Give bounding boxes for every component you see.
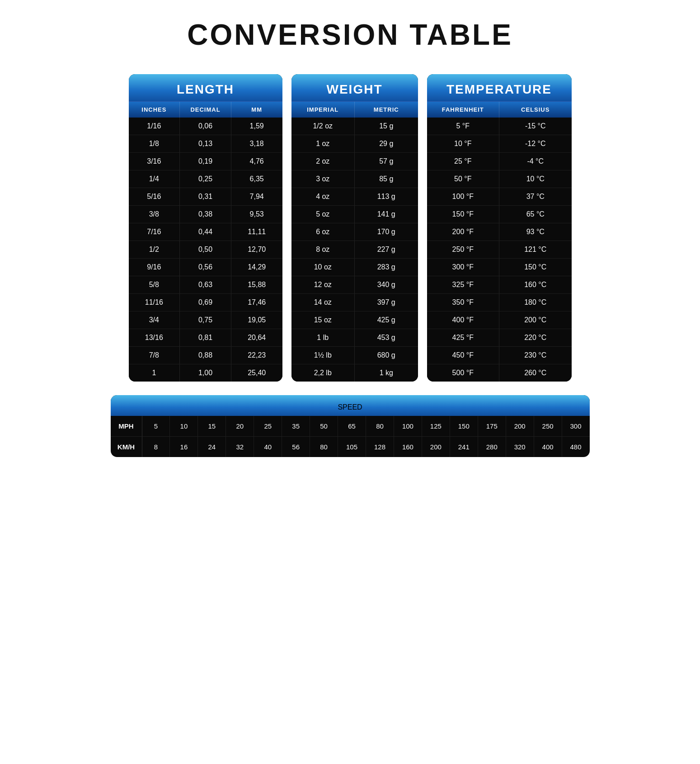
- table-row: 5 oz141 g: [291, 206, 418, 223]
- table-row: 500 °F260 °C: [427, 364, 572, 382]
- table-cell: 57 g: [355, 153, 418, 170]
- table-cell: 17,46: [231, 294, 282, 311]
- table-cell: 10 °C: [499, 170, 572, 188]
- speed-table: SPEED MPH5101520253550658010012515017520…: [111, 395, 590, 457]
- table-cell: 180 °C: [499, 294, 572, 311]
- table-cell: 0,44: [180, 223, 231, 241]
- table-row: 14 oz397 g: [291, 294, 418, 311]
- table-cell: 340 g: [355, 276, 418, 293]
- table-row: 2,2 lb1 kg: [291, 364, 418, 382]
- table-cell: 680 g: [355, 347, 418, 364]
- speed-cell: 241: [450, 437, 478, 457]
- speed-cell: 200: [506, 416, 534, 436]
- length-col-header: DECIMAL: [180, 102, 231, 118]
- table-cell: 260 °C: [499, 364, 572, 382]
- table-cell: 15,88: [231, 276, 282, 293]
- table-cell: 100 °F: [427, 188, 500, 205]
- speed-cell: 56: [282, 437, 310, 457]
- table-cell: 5/8: [129, 276, 180, 293]
- table-cell: 8 oz: [291, 241, 355, 258]
- table-cell: 230 °C: [499, 347, 572, 364]
- table-row: 13/160,8120,64: [129, 329, 282, 347]
- table-row: 1/20,5012,70: [129, 241, 282, 259]
- table-row: 300 °F150 °C: [427, 259, 572, 276]
- length-title: LENGTH: [133, 82, 278, 97]
- speed-cell: 20: [226, 416, 254, 436]
- speed-cell: 50: [310, 416, 338, 436]
- weight-data-rows: 1/2 oz15 g1 oz29 g2 oz57 g3 oz85 g4 oz11…: [291, 118, 418, 382]
- table-cell: 3/8: [129, 206, 180, 223]
- temperature-title: TEMPERATURE: [432, 82, 567, 97]
- table-cell: 0,31: [180, 188, 231, 205]
- table-cell: 1/2: [129, 241, 180, 258]
- table-cell: 1/16: [129, 118, 180, 135]
- table-cell: 0,38: [180, 206, 231, 223]
- speed-cell: 40: [254, 437, 282, 457]
- table-cell: 11/16: [129, 294, 180, 311]
- speed-cell: 100: [394, 416, 422, 436]
- table-cell: -15 °C: [499, 118, 572, 135]
- table-cell: 20,64: [231, 329, 282, 346]
- table-cell: 0,88: [180, 347, 231, 364]
- table-cell: 227 g: [355, 241, 418, 258]
- length-col-header: MM: [231, 102, 282, 118]
- table-cell: 9,53: [231, 206, 282, 223]
- table-row: 5 °F-15 °C: [427, 118, 572, 135]
- table-row: 7/80,8822,23: [129, 347, 282, 364]
- speed-cell: 25: [254, 416, 282, 436]
- table-cell: 500 °F: [427, 364, 500, 382]
- table-row: 1/80,133,18: [129, 135, 282, 153]
- table-row: 3/160,194,76: [129, 153, 282, 170]
- speed-cell: 250: [534, 416, 562, 436]
- table-cell: 400 °F: [427, 311, 500, 329]
- table-cell: 397 g: [355, 294, 418, 311]
- temperature-header: TEMPERATURE: [427, 74, 572, 101]
- table-cell: 14 oz: [291, 294, 355, 311]
- table-cell: 3,18: [231, 135, 282, 152]
- table-cell: 11,11: [231, 223, 282, 241]
- table-row: 250 °F121 °C: [427, 241, 572, 259]
- table-cell: 85 g: [355, 170, 418, 188]
- table-cell: 325 °F: [427, 276, 500, 293]
- table-cell: 14,29: [231, 259, 282, 276]
- table-row: 50 °F10 °C: [427, 170, 572, 188]
- temperature-col-header: CELSIUS: [499, 102, 572, 118]
- table-row: 3 oz85 g: [291, 170, 418, 188]
- speed-cell: 32: [226, 437, 254, 457]
- table-cell: 25 °F: [427, 153, 500, 170]
- speed-cell: 300: [562, 416, 590, 436]
- speed-cell: 480: [562, 437, 590, 457]
- speed-cell: 160: [394, 437, 422, 457]
- table-cell: 1,59: [231, 118, 282, 135]
- length-data-rows: 1/160,061,591/80,133,183/160,194,761/40,…: [129, 118, 282, 382]
- table-cell: 2,2 lb: [291, 364, 355, 382]
- table-cell: 6,35: [231, 170, 282, 188]
- speed-cell: 128: [366, 437, 394, 457]
- table-row: 25 °F-4 °C: [427, 153, 572, 170]
- speed-cell: 200: [422, 437, 450, 457]
- table-cell: 5 oz: [291, 206, 355, 223]
- table-row: 2 oz57 g: [291, 153, 418, 170]
- table-cell: 0,06: [180, 118, 231, 135]
- table-cell: 1 oz: [291, 135, 355, 152]
- speed-cell: 8: [142, 437, 170, 457]
- table-cell: 37 °C: [499, 188, 572, 205]
- table-cell: 0,81: [180, 329, 231, 346]
- table-row: 1½ lb680 g: [291, 347, 418, 364]
- table-cell: 425 °F: [427, 329, 500, 346]
- table-row: 1/160,061,59: [129, 118, 282, 135]
- length-header: LENGTH: [129, 74, 282, 101]
- table-cell: 350 °F: [427, 294, 500, 311]
- table-cell: 9/16: [129, 259, 180, 276]
- table-cell: 0,56: [180, 259, 231, 276]
- table-row: 400 °F200 °C: [427, 311, 572, 329]
- table-row: 100 °F37 °C: [427, 188, 572, 206]
- table-cell: 450 °F: [427, 347, 500, 364]
- table-row: 200 °F93 °C: [427, 223, 572, 241]
- table-cell: 13/16: [129, 329, 180, 346]
- weight-title: WEIGHT: [296, 82, 413, 97]
- speed-cell: 80: [366, 416, 394, 436]
- table-row: 12 oz340 g: [291, 276, 418, 294]
- table-cell: 5/16: [129, 188, 180, 205]
- table-cell: 0,19: [180, 153, 231, 170]
